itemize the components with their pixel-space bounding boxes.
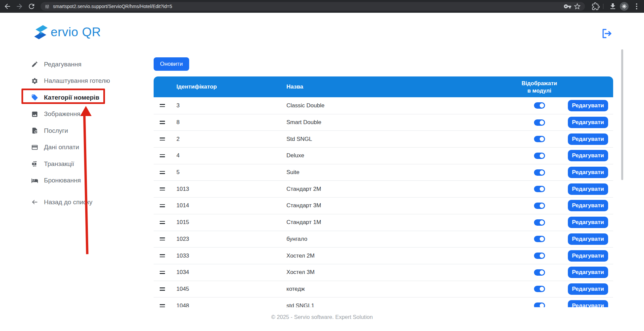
toolbar-divider (603, 4, 603, 9)
edit-button[interactable]: Редагувати (568, 233, 608, 245)
table-row: 1033 Хостел 2М Редагувати (154, 247, 613, 264)
extensions-icon[interactable] (592, 2, 600, 10)
table-row: 1014 Стандарт 3М Редагувати (154, 197, 613, 214)
row-identifier: 1015 (171, 219, 281, 226)
edit-button[interactable]: Редагувати (568, 267, 608, 278)
edit-button[interactable]: Редагувати (568, 250, 608, 262)
edit-button[interactable]: Редагувати (568, 167, 608, 178)
drag-handle-icon[interactable] (160, 237, 165, 240)
edit-button[interactable]: Редагувати (568, 150, 608, 161)
sidebar-item-label: Дані оплати (44, 144, 79, 151)
star-icon[interactable] (573, 2, 581, 10)
row-identifier: 1034 (171, 269, 281, 276)
visibility-toggle[interactable] (534, 136, 545, 142)
visibility-toggle[interactable] (534, 269, 545, 276)
sidebar-back-to-list[interactable]: Назад до списку (31, 194, 132, 211)
visibility-toggle[interactable] (534, 253, 545, 259)
drag-handle-icon[interactable] (160, 187, 165, 190)
drag-handle-icon[interactable] (160, 221, 165, 224)
image-icon (31, 111, 38, 118)
refresh-button[interactable]: Оновити (154, 57, 189, 71)
credit-card-icon (31, 144, 38, 151)
visibility-toggle[interactable] (534, 186, 545, 192)
row-identifier: 1045 (171, 286, 281, 292)
edit-button[interactable]: Редагувати (568, 300, 608, 307)
visibility-toggle[interactable] (534, 153, 545, 159)
visibility-toggle[interactable] (534, 203, 545, 209)
row-name: бунгало (281, 236, 516, 242)
download-icon[interactable] (609, 2, 617, 10)
menu-icon[interactable] (633, 2, 641, 10)
sidebar-item-bookings[interactable]: Бронювання (31, 172, 132, 189)
visibility-toggle[interactable] (534, 119, 545, 126)
table-row: 2 Std SNGL Редагувати (154, 130, 613, 147)
edit-button[interactable]: Редагувати (568, 183, 608, 195)
back-icon[interactable] (3, 2, 11, 10)
edit-button[interactable]: Редагувати (568, 100, 608, 111)
row-name: Хостел 3М (281, 269, 516, 276)
drag-handle-icon[interactable] (160, 304, 165, 307)
drag-handle-icon[interactable] (160, 137, 165, 141)
drag-handle-icon[interactable] (160, 171, 165, 174)
reload-icon[interactable] (28, 2, 36, 10)
visibility-toggle[interactable] (534, 219, 545, 226)
visibility-toggle[interactable] (534, 169, 545, 176)
url-text[interactable]: smartspot2.servio.support/ServioQR/hms/H… (53, 4, 172, 9)
sidebar-item-transactions[interactable]: Транзакції (31, 156, 132, 172)
sidebar-item-label: Зображення (44, 110, 80, 118)
visibility-toggle[interactable] (534, 302, 545, 307)
footer-copyright: © 2025 - Servio software. Expert Solutio… (0, 314, 644, 320)
drag-handle-icon[interactable] (160, 204, 165, 207)
row-name: Suite (281, 169, 516, 176)
sidebar-item-label: Категорії номерів (44, 94, 99, 101)
url-bar[interactable]: smartspot2.servio.support/ServioQR/hms/H… (41, 2, 585, 11)
sidebar-item-hotel-settings[interactable]: Налаштування готелю (31, 73, 132, 90)
avatar[interactable] (620, 2, 629, 11)
money-transfer-icon (31, 160, 38, 167)
row-identifier: 1014 (171, 202, 281, 209)
table-header: Ідентифікатор Назва Відображати в модулі (154, 76, 613, 97)
visibility-toggle[interactable] (534, 102, 545, 109)
drag-handle-icon[interactable] (160, 154, 165, 157)
main-content: Оновити Ідентифікатор Назва Відображати … (154, 57, 613, 307)
sidebar-item-label: Бронювання (44, 177, 81, 184)
drag-handle-icon[interactable] (160, 121, 165, 124)
sidebar-item-label: Назад до списку (44, 199, 93, 206)
logout-icon[interactable] (601, 28, 612, 39)
row-identifier: 1013 (171, 186, 281, 192)
sidebar-item-images[interactable]: Зображення (31, 106, 132, 123)
drag-handle-icon[interactable] (160, 287, 165, 290)
brand-logo-text: ervio QR (51, 25, 101, 39)
arrow-left-icon (31, 199, 38, 206)
brand-logo[interactable]: ervio QR (33, 24, 101, 40)
sidebar-item-editing[interactable]: Редагування (31, 56, 132, 73)
drag-handle-icon[interactable] (160, 254, 165, 257)
row-name: Smart Double (281, 119, 516, 126)
sidebar-item-room-categories[interactable]: Категорії номерів (31, 89, 132, 106)
drag-handle-icon[interactable] (160, 271, 165, 274)
row-identifier: 5 (171, 169, 281, 176)
edit-button[interactable]: Редагувати (568, 133, 608, 145)
drag-handle-icon[interactable] (160, 104, 165, 107)
edit-button[interactable]: Редагувати (568, 117, 608, 128)
edit-button[interactable]: Редагувати (568, 200, 608, 211)
edit-button[interactable]: Редагувати (568, 217, 608, 228)
header-name: Назва (281, 84, 516, 90)
sidebar-item-services[interactable]: Послуги (31, 122, 132, 139)
row-name: Стандарт 2М (281, 186, 516, 192)
row-identifier: 3 (171, 102, 281, 109)
sidebar-item-label: Налаштування готелю (44, 77, 110, 85)
avatar-star-pattern (622, 4, 627, 9)
forward-icon[interactable] (15, 2, 23, 10)
table-row: 1023 бунгало Редагувати (154, 231, 613, 247)
edit-button[interactable]: Редагувати (568, 283, 608, 295)
visibility-toggle[interactable] (534, 286, 545, 292)
scrollbar[interactable] (621, 49, 623, 180)
key-icon[interactable] (564, 2, 572, 10)
visibility-toggle[interactable] (534, 236, 545, 242)
gear-icon (31, 77, 38, 85)
table-row: 1034 Хостел 3М Редагувати (154, 264, 613, 281)
sidebar-item-payment-data[interactable]: Дані оплати (31, 139, 132, 156)
sidebar-item-label: Редагування (44, 61, 82, 68)
tune-icon[interactable] (45, 4, 50, 9)
